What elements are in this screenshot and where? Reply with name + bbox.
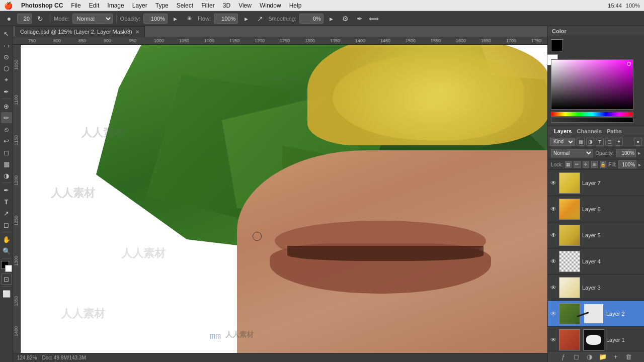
blend-mode-select[interactable]: Normal Multiply Screen Overlay [72,14,113,24]
menu-file[interactable]: File [67,1,84,10]
filter-type-btn[interactable]: T [596,138,604,146]
smoothing-input[interactable] [299,14,324,24]
opacity-arrow[interactable]: ▸ [170,13,182,24]
shape-tool[interactable]: ◻ [1,219,12,230]
menu-image[interactable]: Image [104,1,127,10]
fill-arrow-icon[interactable]: ▸ [638,162,641,167]
hand-tool[interactable]: ✋ [1,234,12,245]
eraser-tool[interactable]: ◻ [1,147,12,158]
layer-item-3[interactable]: 👁 Layer 3 [548,275,644,301]
filter-adjust-btn[interactable]: ◑ [586,138,594,146]
kind-filter-select[interactable]: Kind [550,138,575,146]
airbrush-btn[interactable]: ⊕ [184,13,196,24]
layer-visibility-7[interactable]: 👁 [550,179,557,187]
crop-tool[interactable]: ⌖ [1,74,12,85]
menu-type[interactable]: Type [152,1,172,10]
menu-window[interactable]: Window [256,1,285,10]
opacity-input[interactable] [143,14,168,24]
layer-item-7[interactable]: 👁 Layer 7 [548,170,644,196]
document-tab[interactable]: Collage.psd @ 125% (Layer 2, Layer Mask/… [15,26,145,37]
filter-smart-btn[interactable]: ✦ [615,138,623,146]
dodge-tool[interactable]: ◑ [1,170,12,181]
canvas-document[interactable]: www.rreg.cn 人人素材 人人素材 人人素材 人人素材 ㎜ 人人素材 [21,45,547,353]
menu-layer[interactable]: Layer [129,1,151,10]
smoothing-settings[interactable]: ⚙ [340,13,352,24]
layer-mask-2[interactable] [583,303,604,324]
layer-visibility-2[interactable]: 👁 [550,310,557,317]
opacity-slider[interactable] [551,118,633,123]
layer-blend-mode[interactable]: Normal Multiply Screen [551,149,593,157]
filter-toggle-btn[interactable]: ● [634,138,642,146]
type-tool[interactable]: T [1,196,12,207]
symmetry-btn[interactable]: ⟺ [368,13,380,24]
clone-stamp-tool[interactable]: ⎋ [1,124,12,135]
selection-tool[interactable]: ▭ [1,40,12,51]
history-brush-tool[interactable]: ↩ [1,135,12,146]
menu-select[interactable]: Select [173,1,197,10]
spot-heal-tool[interactable]: ⊕ [1,101,12,112]
layer-item-5[interactable]: 👁 Layer 5 [548,222,644,248]
zoom-tool[interactable]: 🔍 [1,245,12,256]
layer-visibility-4[interactable]: 👁 [550,258,557,265]
delete-layer-btn[interactable]: 🗑 [624,353,633,361]
smoothing-arrow[interactable]: ▸ [326,13,338,24]
new-group-btn[interactable]: 📁 [598,353,607,361]
menu-filter[interactable]: Filter [198,1,218,10]
layer-visibility-1[interactable]: 👁 [550,336,557,343]
canvas-viewport[interactable]: 1050 1100 1150 1200 1250 1300 1350 1400 [13,45,547,353]
eyedropper-tool[interactable]: ✒ [1,86,12,97]
gradient-tool[interactable]: ▦ [1,158,12,169]
lock-position-btn[interactable]: ✛ [583,161,589,168]
pen-tool[interactable]: ✒ [1,185,12,196]
hue-slider[interactable] [551,112,633,117]
lock-all-btn[interactable]: 🔒 [600,161,606,168]
lock-paint-btn[interactable]: ✏ [574,161,580,168]
opacity-arrow-icon[interactable]: ▸ [638,150,641,156]
flow-arrow[interactable]: ▸ [240,13,252,24]
tab-layers[interactable]: Layers [552,128,574,134]
brush-size-input[interactable] [17,14,32,24]
brush-angle-btn[interactable]: ↻ [34,13,46,24]
lock-transparent-btn[interactable]: ▦ [565,161,572,168]
filter-shape-btn[interactable]: ◻ [605,138,613,146]
color-spectrum[interactable] [551,59,633,110]
layer-opacity-input[interactable] [616,149,636,157]
new-fill-adjustment-btn[interactable]: ◑ [585,353,594,361]
move-tool[interactable]: ↖ [1,28,12,39]
fill-input[interactable] [618,160,636,168]
layer-mask-1[interactable] [583,329,604,350]
tab-channels[interactable]: Channels [575,128,604,134]
layer-visibility-6[interactable]: 👁 [550,206,557,213]
object-select-tool[interactable]: ⬡ [1,63,12,74]
flow-input[interactable] [214,14,238,24]
layer-visibility-3[interactable]: 👁 [550,284,557,291]
menu-help[interactable]: Help [286,1,305,10]
path-select-tool[interactable]: ↗ [1,208,12,219]
layer-item-6[interactable]: 👁 Layer 6 [548,196,644,222]
brush-preset-picker[interactable]: ● [3,13,15,24]
foreground-color-swatch[interactable] [1,261,12,272]
add-layer-style-btn[interactable]: ƒ [559,353,568,361]
layer-visibility-5[interactable]: 👁 [550,232,557,239]
menu-photoshop[interactable]: Photoshop CC [18,1,66,10]
new-layer-btn[interactable]: + [611,353,620,361]
brush-tool[interactable]: ✏ [1,112,12,123]
layer-item-2[interactable]: 👁 Layer 2 [548,301,644,327]
filter-pixel-btn[interactable]: ▦ [577,138,585,146]
menu-view[interactable]: View [235,1,255,10]
menu-3d[interactable]: 3D [219,1,234,10]
add-mask-btn[interactable]: ◻ [572,353,581,361]
foreground-swatch[interactable] [551,39,563,51]
layer-item-4[interactable]: 👁 Layer 4 [548,248,644,275]
fg-bg-swatch-group[interactable] [551,39,568,56]
layer-item-1[interactable]: 👁 Layer 1 [548,327,644,351]
tab-paths[interactable]: Paths [605,128,624,134]
stylus-pressure[interactable]: ✒ [354,13,366,24]
screen-mode-btn[interactable]: ⬜ [1,288,12,299]
tab-close-btn[interactable]: ✕ [135,29,139,35]
lock-artboard-btn[interactable]: ⊞ [591,161,598,168]
lasso-tool[interactable]: ⊙ [1,51,12,62]
smoothing-enable[interactable]: ↗ [254,13,266,24]
quick-mask-btn[interactable]: ⊡ [1,274,12,285]
menu-edit[interactable]: Edit [86,1,103,10]
